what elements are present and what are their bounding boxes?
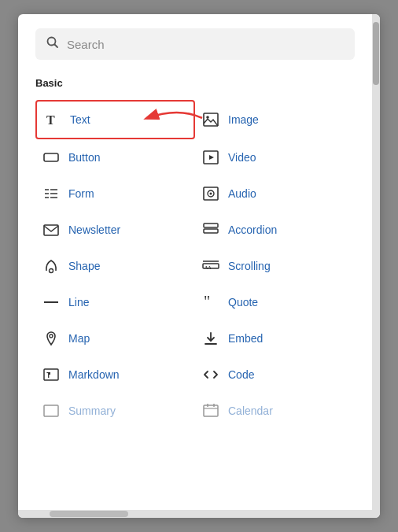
grid-item-text[interactable]: T Text bbox=[35, 100, 195, 139]
svg-text:T: T bbox=[46, 113, 55, 127]
grid-item-scrolling[interactable]: AA Scrolling bbox=[195, 248, 355, 284]
grid-item-video[interactable]: Video bbox=[195, 139, 355, 175]
vertical-scrollbar[interactable] bbox=[372, 14, 380, 518]
svg-point-20 bbox=[50, 269, 53, 273]
text-label: Text bbox=[70, 113, 90, 126]
video-label: Video bbox=[228, 151, 256, 164]
svg-rect-5 bbox=[44, 153, 58, 161]
items-grid: T Text bbox=[35, 100, 355, 429]
quote-icon: " bbox=[201, 293, 220, 312]
svg-text:": " bbox=[204, 294, 210, 310]
svg-marker-7 bbox=[209, 155, 214, 160]
shape-icon bbox=[42, 257, 61, 275]
form-icon bbox=[42, 184, 61, 203]
text-icon: T bbox=[43, 110, 62, 129]
line-icon bbox=[42, 293, 61, 312]
accordion-icon bbox=[201, 220, 220, 239]
grid-item-accordion[interactable]: Accordion bbox=[195, 212, 355, 248]
newsletter-icon bbox=[42, 220, 61, 239]
grid-item-image[interactable]: Image bbox=[195, 100, 355, 139]
grid-item-map[interactable]: Map bbox=[35, 320, 195, 357]
button-label: Button bbox=[68, 151, 100, 164]
image-label: Image bbox=[228, 113, 259, 126]
search-placeholder: Search bbox=[67, 38, 105, 51]
grid-item-calendar[interactable]: Calendar bbox=[195, 393, 355, 429]
line-label: Line bbox=[68, 296, 89, 308]
svg-rect-18 bbox=[204, 224, 218, 227]
summary-label: Summary bbox=[68, 405, 116, 417]
accordion-label: Accordion bbox=[228, 224, 277, 236]
svg-point-4 bbox=[206, 116, 209, 119]
audio-label: Audio bbox=[228, 187, 256, 200]
embed-label: Embed bbox=[228, 332, 263, 345]
svg-rect-32 bbox=[204, 405, 218, 416]
video-icon bbox=[201, 148, 220, 167]
grid-item-summary[interactable]: Summary bbox=[35, 393, 195, 429]
svg-rect-19 bbox=[204, 229, 218, 233]
svg-rect-30 bbox=[49, 373, 50, 375]
horizontal-scrollbar[interactable] bbox=[18, 510, 380, 518]
form-label: Form bbox=[68, 187, 94, 200]
map-label: Map bbox=[68, 332, 90, 345]
grid-item-shape[interactable]: Shape bbox=[35, 248, 195, 284]
svg-text:T: T bbox=[46, 371, 51, 379]
code-icon bbox=[201, 365, 220, 384]
grid-item-embed[interactable]: Embed bbox=[195, 320, 355, 357]
summary-icon bbox=[42, 401, 61, 420]
audio-icon bbox=[201, 184, 220, 203]
svg-line-1 bbox=[55, 45, 58, 48]
search-bar[interactable]: Search bbox=[35, 28, 355, 60]
grid-item-newsletter[interactable]: Newsletter bbox=[35, 212, 195, 248]
button-icon bbox=[42, 148, 61, 167]
panel-inner: Search Basic T Text bbox=[18, 14, 372, 510]
map-icon bbox=[42, 329, 61, 348]
svg-rect-3 bbox=[204, 113, 218, 126]
grid-item-markdown[interactable]: T Markdown bbox=[35, 357, 195, 393]
svg-point-16 bbox=[210, 193, 212, 195]
scrollbar-bottom-thumb[interactable] bbox=[50, 511, 128, 517]
svg-point-26 bbox=[50, 334, 53, 338]
shape-label: Shape bbox=[68, 260, 100, 272]
svg-rect-31 bbox=[44, 405, 58, 416]
code-label: Code bbox=[228, 368, 254, 381]
svg-rect-17 bbox=[44, 225, 58, 235]
image-icon bbox=[201, 110, 220, 129]
embed-icon bbox=[201, 329, 220, 348]
svg-text:AA: AA bbox=[205, 265, 212, 270]
quote-label: Quote bbox=[228, 296, 258, 308]
panel: Search Basic T Text bbox=[18, 14, 380, 518]
scrolling-label: Scrolling bbox=[228, 260, 271, 272]
scrollbar-thumb[interactable] bbox=[373, 22, 379, 85]
section-title-basic: Basic bbox=[35, 77, 355, 89]
grid-item-button[interactable]: Button bbox=[35, 139, 195, 175]
search-icon bbox=[46, 36, 59, 52]
grid-item-form[interactable]: Form bbox=[35, 175, 195, 212]
markdown-icon: T bbox=[42, 365, 61, 384]
newsletter-label: Newsletter bbox=[68, 224, 120, 236]
scrolling-icon: AA bbox=[201, 257, 220, 275]
grid-item-line[interactable]: Line bbox=[35, 284, 195, 320]
grid-item-code[interactable]: Code bbox=[195, 357, 355, 393]
grid-item-quote[interactable]: " Quote bbox=[195, 284, 355, 320]
calendar-label: Calendar bbox=[228, 405, 273, 417]
calendar-icon bbox=[201, 401, 220, 420]
grid-item-audio[interactable]: Audio bbox=[195, 175, 355, 212]
markdown-label: Markdown bbox=[68, 368, 120, 381]
